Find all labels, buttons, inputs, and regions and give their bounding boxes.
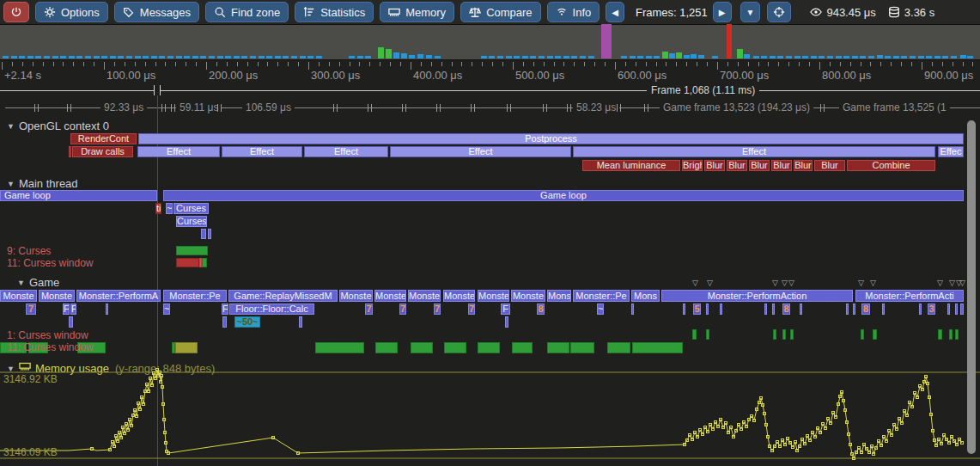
- frame-bar[interactable]: [27, 56, 33, 58]
- frame-bar[interactable]: [426, 55, 432, 58]
- frame-bar[interactable]: [770, 56, 776, 58]
- zone-bar[interactable]: Effect: [304, 146, 388, 157]
- frame-bar[interactable]: [811, 56, 817, 58]
- frame-bar[interactable]: [893, 56, 899, 58]
- zone-bar[interactable]: Game::ReplayMissedM: [228, 290, 338, 302]
- zone-bar[interactable]: [720, 304, 722, 315]
- zone-bar[interactable]: [947, 304, 950, 315]
- frame-bar[interactable]: [266, 56, 272, 58]
- collapse-triangle-icon[interactable]: ▼: [7, 122, 15, 131]
- prev-frame-button[interactable]: ◀: [606, 2, 624, 22]
- zone-bar[interactable]: Blur: [727, 160, 747, 171]
- frame-bar[interactable]: [951, 56, 957, 58]
- compare-button[interactable]: Compare: [460, 2, 540, 22]
- frame-bar[interactable]: [234, 56, 240, 58]
- frame-bar[interactable]: [506, 56, 512, 58]
- message-marker-icon[interactable]: ▽: [937, 279, 943, 286]
- zone-bar[interactable]: [706, 329, 709, 340]
- zone-bar[interactable]: [683, 304, 685, 315]
- power-button[interactable]: [3, 2, 29, 22]
- frame-bar[interactable]: [250, 56, 256, 58]
- frame-bar[interactable]: [547, 56, 553, 58]
- zone-bar[interactable]: Brigh: [682, 160, 703, 171]
- frame-bar[interactable]: [563, 56, 569, 58]
- zone-bar[interactable]: 7: [365, 304, 373, 315]
- zone-bar[interactable]: [955, 304, 958, 315]
- zone-bar[interactable]: [706, 304, 709, 315]
- frame-bar[interactable]: [588, 56, 594, 58]
- frame-bar[interactable]: [836, 56, 842, 58]
- frame-bar[interactable]: [143, 56, 149, 58]
- frame-bar[interactable]: [417, 54, 423, 58]
- frame-bar[interactable]: [669, 53, 675, 58]
- info-button[interactable]: Info: [547, 2, 600, 22]
- frame-bar[interactable]: [94, 56, 100, 58]
- frame-bar[interactable]: [571, 56, 577, 58]
- zone-bar[interactable]: Blur: [771, 160, 792, 171]
- frame-bar[interactable]: [176, 56, 182, 58]
- zone-bar[interactable]: [222, 316, 227, 328]
- frame-bar[interactable]: [868, 56, 874, 58]
- next-frame-button[interactable]: ▶: [713, 2, 732, 22]
- frame-bar[interactable]: [241, 56, 247, 58]
- frame-bar[interactable]: [522, 56, 528, 58]
- zone-bar[interactable]: [444, 342, 466, 353]
- zone-bar[interactable]: Mons: [547, 290, 571, 302]
- zone-bar[interactable]: Monste: [443, 290, 475, 302]
- frame-bar[interactable]: [712, 56, 718, 58]
- frame-bar[interactable]: [76, 56, 82, 58]
- frame-bar[interactable]: [349, 56, 355, 58]
- zone-bar[interactable]: [631, 304, 634, 315]
- frame-bar[interactable]: [316, 56, 322, 58]
- zone-bar[interactable]: Monster::Pe: [163, 290, 227, 302]
- frame-bar[interactable]: [777, 56, 783, 58]
- zone-bar[interactable]: [176, 246, 208, 255]
- frame-bar[interactable]: [555, 56, 561, 58]
- zone-bar[interactable]: Effect: [573, 146, 935, 157]
- message-marker-icon[interactable]: ▽: [707, 279, 713, 286]
- zone-bar[interactable]: Effect: [137, 146, 220, 157]
- label-11-curses-window-game[interactable]: 11: Curses window: [7, 341, 94, 353]
- frame-bar[interactable]: [580, 56, 586, 58]
- frame-bar[interactable]: [753, 56, 759, 58]
- zone-bar[interactable]: Monster::Pe: [573, 290, 630, 302]
- zone-bar[interactable]: [692, 329, 697, 340]
- frame-bar[interactable]: [217, 56, 223, 58]
- zone-bar[interactable]: Draw calls: [72, 146, 133, 157]
- frame-bar[interactable]: [802, 56, 808, 58]
- zone-bar[interactable]: [315, 342, 364, 353]
- zone-bar[interactable]: [176, 258, 199, 267]
- message-marker-icon[interactable]: ▽: [788, 279, 794, 286]
- zone-bar[interactable]: Curses: [176, 216, 207, 227]
- frame-bar[interactable]: [378, 47, 384, 58]
- zone-bar[interactable]: [764, 304, 767, 315]
- collapse-triangle-icon[interactable]: ▼: [7, 180, 15, 188]
- frame-bar[interactable]: [110, 56, 116, 58]
- zone-bar[interactable]: 8: [537, 304, 545, 315]
- frame-bar[interactable]: [827, 56, 833, 58]
- zone-bar[interactable]: Blur: [794, 160, 813, 171]
- zone-bar[interactable]: ti: [155, 203, 161, 214]
- zone-bar[interactable]: [782, 329, 786, 340]
- frame-bar[interactable]: [101, 56, 107, 58]
- zone-bar[interactable]: [208, 229, 211, 239]
- frame-bar[interactable]: [934, 56, 940, 58]
- frame-bar[interactable]: [539, 56, 545, 58]
- zone-bar[interactable]: F: [70, 304, 76, 315]
- frame-bar[interactable]: [151, 56, 157, 58]
- label-1-curses-window[interactable]: 1: Curses window: [7, 329, 88, 341]
- vertical-scrollbar-thumb[interactable]: [967, 120, 976, 454]
- frame-bar[interactable]: [926, 56, 932, 58]
- section-opengl[interactable]: ▼OpenGL context 0: [7, 120, 109, 132]
- zone-bar[interactable]: [69, 146, 71, 157]
- zone-bar[interactable]: Monste: [374, 290, 406, 302]
- frame-bar[interactable]: [630, 56, 636, 58]
- zone-bar[interactable]: Monster::PerformAction: [661, 290, 853, 302]
- zone-bar[interactable]: Game loop: [0, 190, 157, 201]
- frame-bar[interactable]: [967, 56, 973, 58]
- section-main-thread[interactable]: ▼Main thread: [7, 177, 78, 190]
- frame-bar[interactable]: [843, 56, 849, 58]
- frame-bar[interactable]: [744, 54, 750, 58]
- frame-bar[interactable]: [786, 56, 792, 58]
- frame-bar[interactable]: [676, 52, 682, 58]
